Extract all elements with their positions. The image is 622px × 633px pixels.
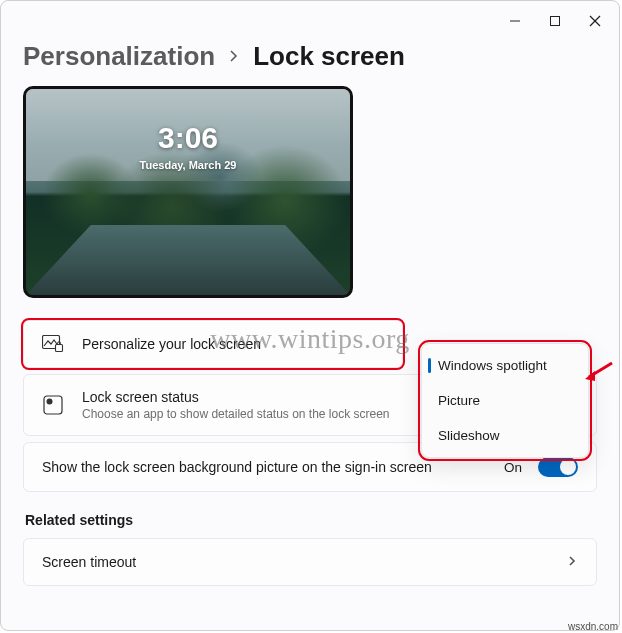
svg-rect-5 xyxy=(56,345,63,352)
chevron-right-icon xyxy=(566,553,578,571)
row-screen-timeout[interactable]: Screen timeout xyxy=(23,538,597,586)
settings-window: Personalization Lock screen 3:06 Tuesday… xyxy=(0,0,620,631)
attribution-text: wsxdn.com xyxy=(568,621,618,632)
lock-screen-preview: 3:06 Tuesday, March 29 xyxy=(23,86,353,298)
titlebar xyxy=(1,1,619,37)
preview-time: 3:06 xyxy=(158,121,218,155)
row-title: Show the lock screen background picture … xyxy=(42,459,486,475)
breadcrumb: Personalization Lock screen xyxy=(23,41,597,72)
minimize-button[interactable] xyxy=(495,7,535,35)
breadcrumb-parent[interactable]: Personalization xyxy=(23,41,215,72)
row-personalize-lock-screen[interactable]: Personalize your lock screen xyxy=(23,320,403,368)
personalize-dropdown: Windows spotlight Picture Slideshow xyxy=(421,343,589,458)
maximize-button[interactable] xyxy=(535,7,575,35)
row-title: Screen timeout xyxy=(42,554,548,570)
chevron-right-icon xyxy=(227,45,241,68)
section-related-settings: Related settings xyxy=(25,512,597,528)
svg-rect-6 xyxy=(44,396,62,414)
preview-date: Tuesday, March 29 xyxy=(140,159,237,171)
toggle-state-label: On xyxy=(504,460,522,475)
svg-rect-1 xyxy=(551,17,560,26)
dropdown-option-picture[interactable]: Picture xyxy=(426,383,584,418)
svg-point-7 xyxy=(47,399,53,405)
close-button[interactable] xyxy=(575,7,615,35)
dropdown-option-slideshow[interactable]: Slideshow xyxy=(426,418,584,453)
row-title: Personalize your lock screen xyxy=(82,336,384,352)
picture-lock-icon xyxy=(42,335,64,353)
signin-background-toggle[interactable] xyxy=(538,457,578,477)
page-title: Lock screen xyxy=(253,41,405,72)
app-status-icon xyxy=(42,395,64,415)
dropdown-option-spotlight[interactable]: Windows spotlight xyxy=(426,348,584,383)
